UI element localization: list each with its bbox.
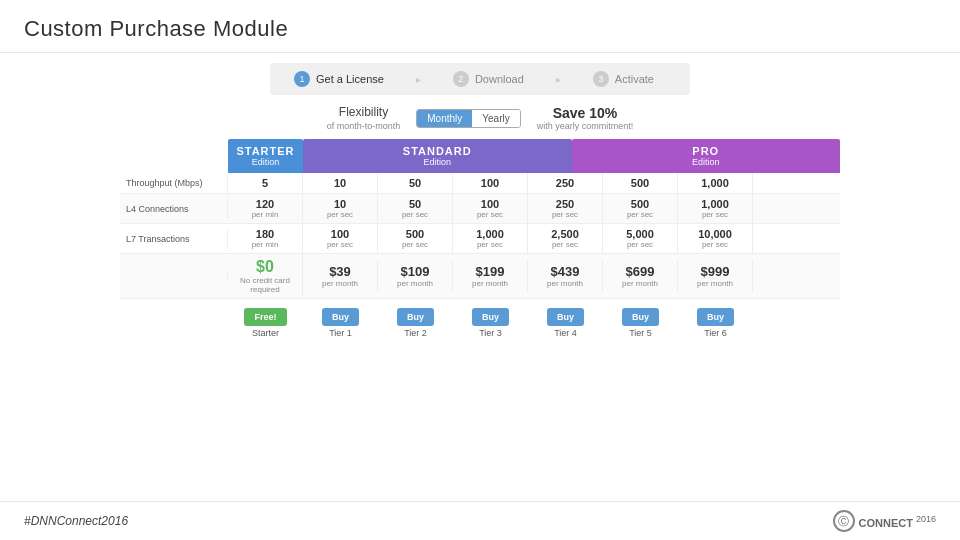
footer-logo-text: CONNECT 2016 xyxy=(859,514,936,529)
buy-tier2-button[interactable]: Buy xyxy=(397,308,434,326)
cell-l45: 500per sec xyxy=(603,194,678,223)
cell-l72: 500per sec xyxy=(378,224,453,253)
row-throughput: Throughput (Mbps) 5 10 50 100 250 500 1,… xyxy=(120,173,840,194)
tier-headers: STARTER Edition STANDARD Edition PRO Edi… xyxy=(120,139,840,173)
cell-l40: 120per min xyxy=(228,194,303,223)
cell-p6: $999per month xyxy=(678,260,753,292)
cell-l75: 5,000per sec xyxy=(603,224,678,253)
starter-header: STARTER Edition xyxy=(228,139,303,173)
btn-cell-4: Buy Tier 4 xyxy=(528,305,603,341)
btn-cell-3: Buy Tier 3 xyxy=(453,305,528,341)
cell-l42: 50per sec xyxy=(378,194,453,223)
cell-p4: $439per month xyxy=(528,260,603,292)
tier-name-2: Tier 2 xyxy=(380,328,451,338)
row-l7: L7 Transactions 180per min 100per sec 50… xyxy=(120,224,840,254)
header: Custom Purchase Module xyxy=(0,0,960,53)
flexibility-label: Flexibility xyxy=(339,105,388,119)
buy-tier4-button[interactable]: Buy xyxy=(547,308,584,326)
step-3-label: Activate xyxy=(615,73,654,85)
steps-bar: 1 Get a License ▸ 2 Download ▸ 3 Activat… xyxy=(270,63,690,95)
pro-header: PRO Edition xyxy=(572,139,841,173)
footer-logo: Ⓒ CONNECT 2016 xyxy=(833,510,936,532)
btn-cell-5: Buy Tier 5 xyxy=(603,305,678,341)
cell-l70: 180per min xyxy=(228,224,303,253)
standard-header: STANDARD Edition xyxy=(303,139,572,173)
toggle-group: Monthly Yearly xyxy=(416,109,520,128)
btn-cell-0: Free! Starter xyxy=(228,305,303,341)
btn-cell-2: Buy Tier 2 xyxy=(378,305,453,341)
tier-name-5: Tier 5 xyxy=(605,328,676,338)
tier-name-3: Tier 3 xyxy=(455,328,526,338)
content: 1 Get a License ▸ 2 Download ▸ 3 Activat… xyxy=(0,53,960,501)
step-2-num: 2 xyxy=(453,71,469,87)
flexibility-sub: of month-to-month xyxy=(327,121,401,131)
subscription-period: Flexibility of month-to-month Monthly Ye… xyxy=(327,105,634,131)
buy-tier5-button[interactable]: Buy xyxy=(622,308,659,326)
cell-p5: $699per month xyxy=(603,260,678,292)
footer: #DNNConnect2016 Ⓒ CONNECT 2016 xyxy=(0,501,960,540)
step-divider-1: ▸ xyxy=(416,74,421,85)
cell-l76: 10,000per sec xyxy=(678,224,753,253)
cell-t4: 250 xyxy=(528,173,603,193)
cell-p2: $109per month xyxy=(378,260,453,292)
label-price xyxy=(120,271,228,281)
cell-t5: 500 xyxy=(603,173,678,193)
cell-p0: $0No credit card required xyxy=(228,254,303,298)
cell-t2: 50 xyxy=(378,173,453,193)
tier-name-4: Tier 4 xyxy=(530,328,601,338)
row-l4: L4 Connections 120per min 10per sec 50pe… xyxy=(120,194,840,224)
btn-cell-1: Buy Tier 1 xyxy=(303,305,378,341)
flexibility-group: Flexibility of month-to-month xyxy=(327,105,401,131)
yearly-toggle[interactable]: Yearly xyxy=(472,110,519,127)
cell-l41: 10per sec xyxy=(303,194,378,223)
cell-l71: 100per sec xyxy=(303,224,378,253)
standard-sub: Edition xyxy=(307,157,568,167)
pro-title: PRO xyxy=(576,145,837,157)
row-label-spacer xyxy=(120,139,228,173)
cell-t0: 5 xyxy=(228,173,303,193)
tier-name-1: Tier 1 xyxy=(305,328,376,338)
cell-t3: 100 xyxy=(453,173,528,193)
cell-p3: $199per month xyxy=(453,260,528,292)
starter-sub: Edition xyxy=(232,157,299,167)
cell-t1: 10 xyxy=(303,173,378,193)
buy-tier3-button[interactable]: Buy xyxy=(472,308,509,326)
step-1[interactable]: 1 Get a License xyxy=(294,71,384,87)
cell-l73: 1,000per sec xyxy=(453,224,528,253)
cell-l44: 250per sec xyxy=(528,194,603,223)
cell-t6: 1,000 xyxy=(678,173,753,193)
save-label-group: Save 10% with yearly commitment! xyxy=(537,105,634,131)
cell-p1: $39per month xyxy=(303,260,378,292)
btn-label-spacer xyxy=(120,318,228,328)
button-row: Free! Starter Buy Tier 1 Buy Tier 2 Buy … xyxy=(120,299,840,344)
buy-tier6-button[interactable]: Buy xyxy=(697,308,734,326)
starter-title: STARTER xyxy=(232,145,299,157)
page: Custom Purchase Module 1 Get a License ▸… xyxy=(0,0,960,540)
page-title: Custom Purchase Module xyxy=(24,16,936,42)
cell-l46: 1,000per sec xyxy=(678,194,753,223)
connect-logo-icon: Ⓒ xyxy=(833,510,855,532)
cell-l74: 2,500per sec xyxy=(528,224,603,253)
tier-name-0: Starter xyxy=(230,328,301,338)
btn-cell-6: Buy Tier 6 xyxy=(678,305,753,341)
buy-tier1-button[interactable]: Buy xyxy=(322,308,359,326)
step-1-label: Get a License xyxy=(316,73,384,85)
step-divider-2: ▸ xyxy=(556,74,561,85)
label-l4: L4 Connections xyxy=(120,199,228,219)
pro-sub: Edition xyxy=(576,157,837,167)
free-button[interactable]: Free! xyxy=(244,308,286,326)
tier-name-6: Tier 6 xyxy=(680,328,751,338)
step-2[interactable]: 2 Download xyxy=(453,71,524,87)
monthly-toggle[interactable]: Monthly xyxy=(417,110,472,127)
pro-header-group: PRO Edition xyxy=(572,139,841,173)
cell-l43: 100per sec xyxy=(453,194,528,223)
step-3-num: 3 xyxy=(593,71,609,87)
step-3[interactable]: 3 Activate xyxy=(593,71,654,87)
save-sub: with yearly commitment! xyxy=(537,121,634,131)
standard-header-group: STANDARD Edition xyxy=(303,139,572,173)
standard-title: STANDARD xyxy=(307,145,568,157)
step-2-label: Download xyxy=(475,73,524,85)
row-price: $0No credit card required $39per month $… xyxy=(120,254,840,299)
footer-hashtag: #DNNConnect2016 xyxy=(24,514,128,528)
pricing-table: STARTER Edition STANDARD Edition PRO Edi… xyxy=(120,139,840,344)
